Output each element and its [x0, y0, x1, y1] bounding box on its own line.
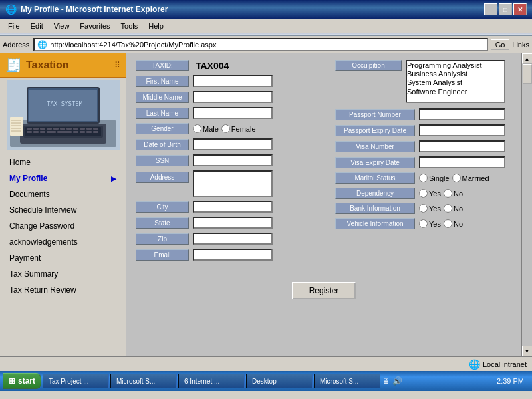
- marital-single-label[interactable]: Single: [419, 174, 450, 182]
- ssn-input[interactable]: [193, 154, 273, 166]
- vehicle-no-radio[interactable]: [444, 219, 452, 228]
- menu-edit[interactable]: Edit: [25, 21, 49, 31]
- city-input[interactable]: [193, 201, 273, 213]
- sidebar-item-acknowledgements[interactable]: acknowledgements: [0, 234, 126, 250]
- occupation-option-2[interactable]: System Analysist: [407, 78, 504, 87]
- close-button[interactable]: ✕: [513, 3, 527, 15]
- marital-married-radio[interactable]: [452, 174, 461, 182]
- scroll-down-button[interactable]: ▼: [522, 346, 533, 356]
- address-field[interactable]: 🌐 http://localhost:4214/Tax%20Project/My…: [33, 38, 487, 51]
- gender-male-label[interactable]: Male: [193, 124, 219, 133]
- taskbar-item-4[interactable]: Microsoft S...: [314, 374, 380, 388]
- marital-married-label[interactable]: Marrried: [452, 174, 489, 182]
- passport-expiry-input[interactable]: [419, 124, 505, 136]
- middlename-input[interactable]: [193, 91, 273, 103]
- taxation-icon: 🧾: [5, 57, 22, 73]
- taskbar-item-0[interactable]: Tax Project ...: [43, 374, 109, 388]
- bank-no-label[interactable]: No: [444, 204, 463, 213]
- dependency-label: Dependency: [335, 188, 415, 199]
- visa-expiry-input[interactable]: [419, 156, 505, 168]
- marital-single-radio[interactable]: [419, 174, 428, 182]
- lastname-label: Last Name: [136, 108, 189, 119]
- occupation-container: Programming Analysist Business Analysist…: [406, 60, 505, 103]
- email-input[interactable]: [193, 249, 273, 261]
- menu-file[interactable]: File: [3, 21, 25, 31]
- zip-input[interactable]: [193, 233, 273, 245]
- gender-female-radio[interactable]: [221, 124, 230, 133]
- dependency-no-radio[interactable]: [444, 189, 452, 198]
- scroll-up-button[interactable]: ▲: [522, 53, 533, 64]
- taxid-value: TAX004: [193, 61, 229, 71]
- links-button[interactable]: Links: [512, 41, 529, 49]
- taskbar-system-icons: 🖥 🔊: [382, 376, 402, 386]
- menu-help[interactable]: Help: [143, 21, 169, 31]
- vehicle-no-label[interactable]: No: [444, 219, 463, 228]
- dependency-yes-label[interactable]: Yes: [419, 189, 441, 198]
- gender-female-label[interactable]: Female: [221, 124, 256, 133]
- taskbar-item-2[interactable]: 6 Internet ...: [178, 374, 245, 388]
- taskbar-item-3[interactable]: Desktop: [246, 374, 313, 388]
- passport-row: Passport Number: [335, 108, 512, 120]
- passport-expiry-row: Passport Expiry Date: [335, 124, 512, 136]
- sidebar-item-documents[interactable]: Documents: [0, 186, 126, 202]
- go-button[interactable]: Go: [491, 39, 510, 50]
- visa-expiry-row: Visa Expiry Date: [335, 156, 512, 168]
- menu-tools[interactable]: Tools: [116, 21, 144, 31]
- occupation-option-0[interactable]: Programming Analysist: [407, 61, 504, 70]
- occupation-option-1[interactable]: Business Analysist: [407, 70, 504, 78]
- sidebar-grip[interactable]: ⠿: [114, 61, 120, 70]
- lastname-input[interactable]: [193, 107, 273, 119]
- vertical-scrollbar[interactable]: ▲ ▼: [521, 53, 532, 356]
- taskbar-clock: 2:39 PM: [491, 377, 529, 385]
- sidebar-item-schedule[interactable]: Schedule Interview: [0, 202, 126, 218]
- passport-input[interactable]: [419, 108, 505, 120]
- address-input[interactable]: [193, 170, 273, 197]
- svg-rect-16: [27, 131, 32, 133]
- scroll-track: [522, 64, 532, 346]
- gender-male-radio[interactable]: [193, 124, 201, 133]
- maximize-button[interactable]: □: [499, 3, 512, 15]
- bank-row: Bank Information Yes No: [335, 203, 512, 214]
- taskbar-item-1[interactable]: Microsoft S...: [110, 374, 177, 388]
- minimize-button[interactable]: _: [484, 3, 497, 15]
- taxid-label: TAXID:: [136, 60, 189, 71]
- scroll-thumb[interactable]: [523, 64, 532, 84]
- sidebar-item-payment[interactable]: Payment: [0, 250, 126, 266]
- status-right: 🌐 Local intranet: [469, 359, 527, 370]
- title-icon: 🌐: [5, 4, 17, 15]
- main-area: TAXID: TAX004 First Name Middle Name Las…: [126, 53, 521, 356]
- occupation-select[interactable]: Programming Analysist Business Analysist…: [406, 60, 505, 103]
- start-button[interactable]: ⊞ start: [3, 373, 41, 389]
- sidebar-item-myprofile[interactable]: My Profile ▶: [0, 170, 126, 186]
- marital-label: Marital Status: [335, 172, 415, 184]
- sidebar-item-home[interactable]: Home: [0, 154, 126, 170]
- firstname-input[interactable]: [193, 75, 273, 87]
- address-label: Address: [136, 172, 189, 183]
- register-button[interactable]: Register: [292, 282, 356, 299]
- svg-rect-7: [40, 128, 45, 130]
- taxid-row: TAXID: TAX004: [136, 60, 322, 71]
- svg-rect-18: [40, 131, 45, 133]
- vehicle-yes-label[interactable]: Yes: [419, 219, 441, 228]
- vehicle-yes-radio[interactable]: [419, 219, 428, 228]
- window-controls: _ □ ✕: [484, 3, 527, 15]
- dob-input[interactable]: [193, 138, 273, 150]
- vehicle-group: Yes No: [419, 219, 463, 228]
- state-input[interactable]: [193, 217, 273, 229]
- visa-input[interactable]: [419, 140, 505, 152]
- bank-label: Bank Information: [335, 203, 415, 214]
- sidebar-item-taxreturn[interactable]: Tax Return Review: [0, 282, 126, 298]
- address-row: Address: [136, 170, 322, 197]
- sidebar-item-taxsummary[interactable]: Tax Summary: [0, 266, 126, 282]
- passport-expiry-label: Passport Expiry Date: [335, 125, 415, 136]
- dependency-no-label[interactable]: No: [444, 189, 463, 198]
- dependency-yes-radio[interactable]: [419, 189, 428, 198]
- menu-view[interactable]: View: [49, 21, 75, 31]
- bank-yes-radio[interactable]: [419, 204, 428, 213]
- sidebar-item-changepassword[interactable]: Change Password: [0, 218, 126, 234]
- bank-no-radio[interactable]: [444, 204, 452, 213]
- bank-yes-label[interactable]: Yes: [419, 204, 441, 213]
- occupation-option-3[interactable]: Software Engineer: [407, 88, 504, 96]
- menu-favorites[interactable]: Favorites: [74, 21, 115, 31]
- city-label: City: [136, 201, 189, 213]
